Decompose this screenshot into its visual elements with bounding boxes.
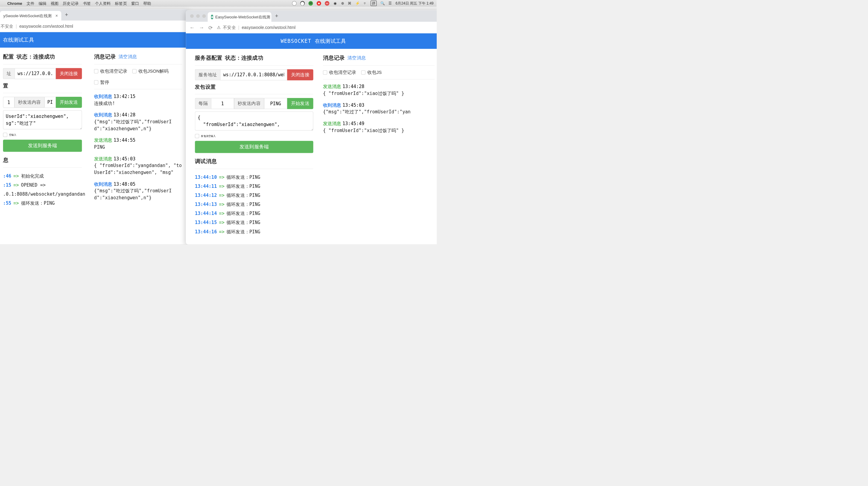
json-decode-checkbox[interactable] (132, 69, 136, 73)
payload-textarea[interactable]: UserId":"xiaozhengwen", sg":"吃过了" (3, 110, 82, 129)
menu-view[interactable]: 视图 (51, 1, 59, 6)
start-send-button[interactable]: 开始发送 (287, 98, 313, 109)
tray-icon[interactable]: ⌘ (348, 1, 351, 5)
clock[interactable]: 6月24日 周五 下午 1:49 (395, 1, 433, 6)
tray-icon[interactable]: ∞ (325, 1, 329, 6)
message-log: 收到消息 13:42:15连接成功!收到消息 13:44:28{"msg":"吃… (94, 93, 182, 201)
close-window-icon[interactable] (190, 14, 194, 18)
debug-line: 13:44:13=>循环发送：PING (195, 200, 313, 209)
close-tab-icon[interactable]: × (56, 13, 58, 18)
recv-clear-checkbox[interactable] (94, 69, 98, 73)
warning-icon: ⚠ (217, 25, 221, 30)
interval-input[interactable] (3, 97, 14, 108)
arrow-icon: => (219, 191, 224, 200)
record-icon[interactable]: ● (317, 1, 321, 6)
message-item: 发送消息 13:44:55PING (94, 137, 182, 151)
ws-url-input[interactable] (220, 69, 287, 80)
menu-window[interactable]: 窗口 (131, 1, 139, 6)
tab-title: ySwoole-WebSocket在线测 (3, 13, 52, 19)
tray-icon[interactable]: ⊕ (341, 1, 344, 5)
clear-log-link[interactable]: 清空消息 (119, 54, 136, 60)
pause-checkbox[interactable] (94, 80, 98, 85)
maximize-window-icon[interactable] (202, 14, 206, 18)
dbg-time: 13:44:11 (195, 182, 217, 191)
tray-icon[interactable]: ✉ (309, 1, 313, 6)
recv-clear-checkbox[interactable] (323, 70, 327, 74)
msg-body: PING (94, 143, 182, 151)
url-field[interactable]: 不安全 | easyswoole.com/wstool.html (1, 24, 185, 29)
clear-input-checkbox[interactable] (3, 133, 7, 137)
browser-tab[interactable]: ySwoole-WebSocket在线测 × (0, 11, 61, 21)
dbg-time: 13:44:13 (195, 200, 217, 209)
tray-icon[interactable]: ⚡ (355, 1, 360, 5)
msg-body: {"msg":"吃过了","fromUserId":"yan (323, 108, 435, 116)
forward-button[interactable]: → (199, 25, 204, 30)
send-to-server-button[interactable]: 发送到服务端 (3, 139, 82, 152)
tray-icon[interactable]: ⬤ (300, 1, 305, 6)
json-decode-checkbox[interactable] (361, 70, 366, 74)
msg-body: 连接成功! (94, 100, 182, 107)
dbg-text: 循环发送：PING (226, 227, 260, 236)
menu-file[interactable]: 文件 (27, 1, 34, 6)
favicon-icon: ◆ (211, 15, 213, 19)
menu-history[interactable]: 历史记录 (63, 1, 79, 6)
search-icon[interactable]: 🔍 (380, 1, 385, 5)
menu-profile[interactable]: 个人资料 (95, 1, 111, 6)
start-send-button[interactable]: 开始发送 (56, 97, 82, 108)
msg-body: { "fromUserId":"xiao过饭了吗" } (323, 127, 435, 134)
dbg-time: :46 (3, 171, 11, 180)
dbg-text: 循环发送：PING (226, 209, 260, 218)
tray-icon[interactable] (292, 1, 297, 6)
insecure-badge: 不安全 (1, 24, 13, 29)
divider (323, 79, 435, 79)
reload-button[interactable]: ⟳ (208, 25, 213, 30)
interval-input[interactable] (211, 98, 234, 109)
app-name[interactable]: Chrome (7, 1, 22, 6)
msg-type-label: 收到消息 (94, 94, 112, 99)
debug-line: 13:44:14=>循环发送：PING (195, 209, 313, 218)
menu-bookmarks[interactable]: 书签 (83, 1, 91, 6)
check-label: 暂停 (100, 79, 109, 86)
close-conn-button[interactable]: 关闭连接 (287, 69, 313, 80)
ws-url-input[interactable] (14, 68, 56, 79)
menu-tabs[interactable]: 标签页 (115, 1, 127, 6)
pack-title: 发包设置 (195, 84, 313, 91)
debug-line: 13:44:15=>循环发送：PING (195, 218, 313, 227)
arrow-icon: => (219, 182, 224, 191)
new-tab-button[interactable]: + (272, 13, 282, 19)
url-field[interactable]: ⚠ 不安全 | easyswoole.com/wstool.html (217, 25, 437, 30)
menu-help[interactable]: 帮助 (143, 1, 151, 6)
send-to-server-button[interactable]: 发送到服务端 (195, 141, 313, 153)
clear-input-checkbox[interactable] (195, 134, 199, 138)
minimize-window-icon[interactable] (196, 14, 200, 18)
payload-textarea[interactable]: { "fromUserId":"xiaozhengwen", (195, 111, 313, 131)
back-button[interactable]: ← (189, 25, 194, 30)
close-conn-button[interactable]: 关闭连接 (56, 68, 82, 79)
debug-line: 13:44:16=>循环发送：PING (195, 227, 313, 236)
ping-input[interactable] (44, 97, 56, 108)
chrome-window-right: ◆ EasySwoole-WebSocket在线测 × + ← → ⟳ ⚠ 不安… (186, 10, 436, 245)
menu-edit[interactable]: 编辑 (39, 1, 46, 6)
debug-line: :15=>OPENED => (3, 181, 82, 190)
address-bar: ← → ⟳ ⚠ 不安全 | easyswoole.com/wstool.html (186, 22, 436, 33)
message-item: 收到消息 13:48:05{"msg":"吃过饭了吗","fromUserId"… (94, 181, 182, 201)
divider (195, 94, 313, 94)
control-center-icon[interactable]: ☰ (389, 1, 392, 5)
tray-icon[interactable]: ◉ (333, 1, 338, 6)
dbg-text: 初始化完成 (21, 171, 44, 180)
ime-indicator[interactable]: 拼 (371, 1, 377, 6)
arrow-icon: => (219, 218, 224, 227)
msg-time: 13:44:28 (114, 112, 135, 118)
msg-body: {"msg":"吃过饭了吗","fromUserId":"xiaozhengwe… (94, 118, 182, 132)
clear-log-link[interactable]: 清空消息 (347, 55, 366, 61)
new-tab-button[interactable]: + (61, 12, 72, 18)
browser-tab[interactable]: ◆ EasySwoole-WebSocket在线测 × (208, 12, 272, 22)
log-title: 消息记录 清空消息 (323, 54, 435, 62)
ping-input[interactable] (264, 98, 287, 109)
traffic-lights (189, 11, 208, 21)
check-label: 收包JSON解码 (138, 68, 169, 74)
title-part-1: 配置 (3, 53, 14, 61)
tray-icon[interactable]: ᯤ (364, 1, 367, 5)
arrow-icon: => (13, 199, 19, 208)
message-item: 发送消息 13:45:49{ "fromUserId":"xiao过饭了吗" } (323, 120, 435, 134)
